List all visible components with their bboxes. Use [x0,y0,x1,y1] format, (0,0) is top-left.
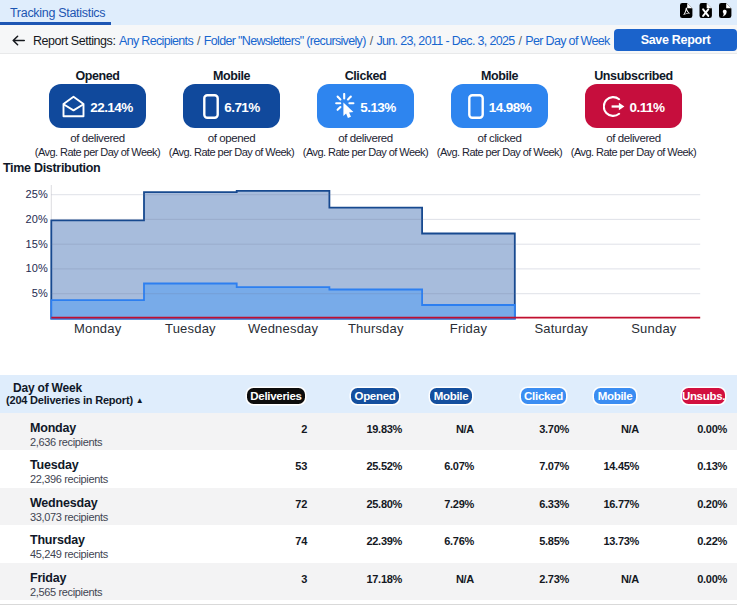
svg-text:Wednesday: Wednesday [248,321,319,336]
svg-text:5%: 5% [32,287,48,299]
svg-text:Sunday: Sunday [631,321,677,336]
svg-text:Saturday: Saturday [534,321,588,336]
svg-text:Friday: Friday [450,321,488,336]
svg-text:Tuesday: Tuesday [165,321,216,336]
svg-text:20%: 20% [25,213,48,225]
svg-text:15%: 15% [25,238,48,250]
svg-text:Thursday: Thursday [348,321,404,336]
svg-text:25%: 25% [25,188,48,200]
svg-text:10%: 10% [25,262,48,274]
svg-text:Monday: Monday [74,321,122,336]
